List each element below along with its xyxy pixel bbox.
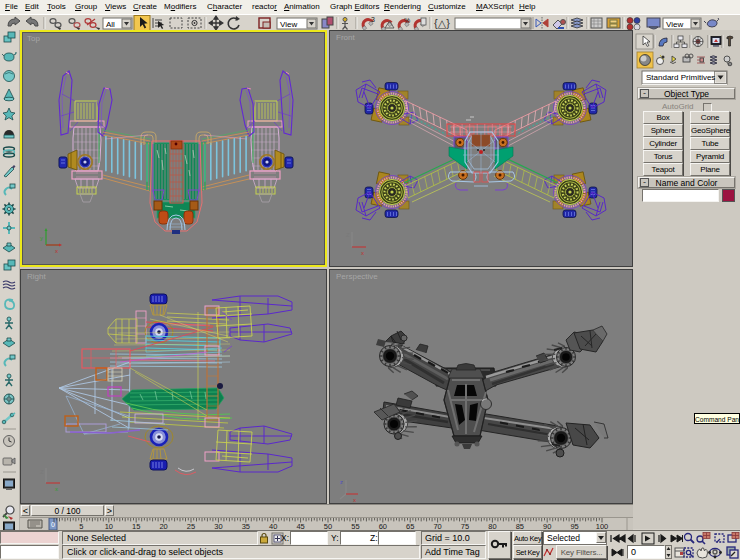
svg-text:{△}: {△} <box>434 17 450 29</box>
svg-text:View: View <box>666 20 683 29</box>
svg-text:x: x <box>361 250 364 256</box>
svg-text:z: z <box>340 479 343 485</box>
svg-text:Z: Z <box>346 232 350 238</box>
svg-text:x: x <box>353 497 356 503</box>
svg-text:%: % <box>404 17 410 24</box>
svg-text:y: y <box>40 235 43 241</box>
svg-text:Z: Z <box>40 469 44 475</box>
svg-text:All: All <box>106 20 115 29</box>
svg-text:0: 0 <box>51 521 55 528</box>
svg-text:View: View <box>280 20 297 29</box>
svg-text:Standard Primitives: Standard Primitives <box>646 73 715 82</box>
svg-text:3: 3 <box>371 16 375 23</box>
svg-text:x: x <box>55 486 58 492</box>
svg-text:x: x <box>55 248 58 254</box>
